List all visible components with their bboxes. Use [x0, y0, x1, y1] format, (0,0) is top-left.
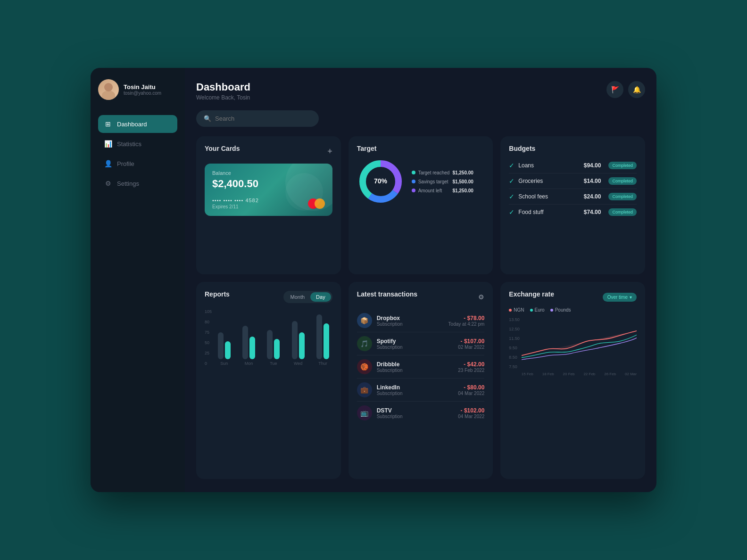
toggle-month[interactable]: Month: [285, 292, 311, 302]
budget-name: School fees: [518, 193, 580, 200]
bar-pair: [218, 307, 231, 359]
bar-teal: [324, 323, 329, 359]
transaction-info: DSTV Subscription: [377, 407, 454, 419]
mc-right-circle: [315, 198, 325, 209]
transaction-sub: Subscription: [377, 321, 444, 327]
app-container: Tosin Jaitu tosin@yahoo.com ⊞ Dashboard …: [91, 68, 656, 492]
transaction-sub: Subscription: [377, 391, 454, 396]
reports-header: Reports Month Day: [205, 290, 332, 304]
euro-label: Euro: [535, 307, 545, 313]
target-legend: Target reached $1,250.00 Savings target …: [412, 170, 473, 193]
transaction-right: - $107.00 02 Mar 2022: [458, 338, 484, 350]
bell-button[interactable]: 🔔: [628, 81, 645, 98]
user-name: Tosin Jaitu: [124, 83, 177, 91]
sidebar-item-dashboard[interactable]: ⊞ Dashboard: [98, 115, 177, 133]
transaction-right: - $42.00 23 Feb 2022: [458, 361, 484, 373]
x-18feb: 18 Feb: [542, 372, 554, 376]
search-bar[interactable]: 🔍: [196, 110, 319, 127]
sidebar-item-statistics[interactable]: 📊 Statistics: [98, 135, 177, 153]
sidebar-item-settings[interactable]: ⚙ Settings: [98, 174, 177, 192]
exchange-title: Exchange rate: [509, 290, 554, 298]
toggle-group: Month Day: [283, 291, 332, 303]
add-card-button[interactable]: +: [327, 147, 332, 156]
pounds-label: Pounds: [555, 307, 571, 313]
bar-teal: [274, 339, 280, 359]
your-cards-header: Your Cards +: [205, 145, 332, 158]
transactions-header: Latest transactions ⚙: [357, 290, 485, 304]
exchange-x-labels: 15 Feb 18 Feb 20 Feb 22 Feb 26 Feb 02 Ma…: [522, 372, 637, 376]
budget-item: ✓ School fees $24.00 Completed: [509, 189, 637, 205]
filter-icon[interactable]: ⚙: [478, 293, 484, 301]
x-26feb: 26 Feb: [604, 372, 616, 376]
euro-dot: [530, 309, 533, 312]
sidebar-item-label-settings: Settings: [117, 180, 139, 187]
y-label-50: 50: [205, 340, 212, 345]
transaction-right: - $80.00 04 Mar 2022: [458, 384, 484, 396]
exchange-header: Exchange rate Over time ▾: [509, 290, 637, 304]
transaction-amount: - $42.00: [458, 361, 484, 368]
toggle-day[interactable]: Day: [310, 292, 331, 302]
sidebar-item-profile[interactable]: 👤 Profile: [98, 155, 177, 173]
mastercard-icon: [308, 198, 325, 209]
ngn-dot: [509, 309, 512, 312]
page-header: Dashboard Welcome Back, Tosin 🚩 🔔: [196, 81, 645, 101]
target-card: Target 70% Ta: [349, 136, 493, 274]
budget-check-icon: ✓: [509, 162, 515, 169]
transaction-right: - $78.00 Today at 4:22 pm: [448, 315, 485, 327]
legend-ngn: NGN: [509, 307, 524, 313]
transaction-icon: 📦: [357, 313, 372, 328]
transaction-amount: - $107.00: [458, 338, 484, 345]
budget-name: Groceries: [518, 178, 580, 184]
transaction-sub: Subscription: [377, 414, 454, 419]
y-label-80: 80: [205, 320, 212, 324]
profile-icon: 👤: [104, 159, 112, 168]
your-cards-title: Your Cards: [205, 145, 240, 152]
settings-icon: ⚙: [104, 179, 112, 188]
transaction-item: 📺 DSTV Subscription - $102.00 04 Mar 202…: [357, 402, 485, 424]
y-13-50: 13.50: [509, 317, 520, 322]
target-title: Target: [357, 145, 485, 152]
sidebar-item-label-statistics: Statistics: [117, 140, 141, 148]
budget-check-icon: ✓: [509, 193, 515, 200]
transaction-date: 02 Mar 2022: [458, 345, 484, 350]
svg-text:70%: 70%: [374, 177, 388, 185]
budget-check-icon: ✓: [509, 177, 515, 185]
y-8-50: 8.50: [509, 355, 520, 360]
bell-icon: 🔔: [633, 86, 641, 93]
budget-badge: Completed: [608, 177, 637, 185]
transaction-info: Dribbble Subscription: [377, 361, 454, 373]
y-9-50: 9.50: [509, 346, 520, 350]
transaction-item: 🏀 Dribbble Subscription - $42.00 23 Feb …: [357, 355, 485, 379]
legend-label-0: Target reached: [418, 170, 450, 175]
exchange-chart-area: 15 Feb 18 Feb 20 Feb 22 Feb 26 Feb 02 Ma…: [522, 317, 637, 376]
transaction-date: 04 Mar 2022: [458, 391, 484, 396]
pounds-dot: [550, 309, 553, 312]
transactions-title: Latest transactions: [357, 290, 417, 298]
transactions-list: 📦 Dropbox Subscription - $78.00 Today at…: [357, 309, 485, 424]
bar-teal: [225, 341, 231, 359]
budget-amount: $24.00: [584, 193, 601, 200]
legend-label-1: Savings target: [418, 179, 450, 184]
search-input[interactable]: [215, 115, 311, 122]
exchange-y-labels: 13.50 12.50 11.50 9.50 8.50 7.50: [509, 317, 520, 369]
bar-column: Mon: [239, 307, 258, 366]
legend-value-0: $1,250.00: [452, 170, 473, 175]
x-02mar: 02 Mar: [625, 372, 637, 376]
budgets-title: Budgets: [509, 145, 637, 152]
transaction-item: 💼 LinkedIn Subscription - $80.00 04 Mar …: [357, 379, 485, 402]
transaction-item: 📦 Dropbox Subscription - $78.00 Today at…: [357, 309, 485, 332]
bar-column: Wed: [289, 307, 307, 366]
card-number-section: •••• •••• •••• 4582 Expires 2/11: [212, 198, 259, 209]
transaction-info: Dropbox Subscription: [377, 315, 444, 327]
bar-pair: [267, 307, 280, 359]
bar-label: Sun: [220, 361, 228, 366]
exchange-filter-button[interactable]: Over time ▾: [603, 293, 637, 302]
transaction-info: Spotify Subscription: [377, 338, 454, 350]
header-actions: 🚩 🔔: [606, 81, 645, 98]
sidebar: Tosin Jaitu tosin@yahoo.com ⊞ Dashboard …: [91, 68, 185, 492]
legend-item-amount-left: Amount left $1,250.00: [412, 188, 473, 193]
flag-button[interactable]: 🚩: [606, 81, 623, 98]
budget-amount: $74.00: [584, 209, 601, 215]
balance-amount: $2,400.50: [212, 178, 325, 190]
sidebar-item-label-dashboard: Dashboard: [117, 121, 147, 128]
